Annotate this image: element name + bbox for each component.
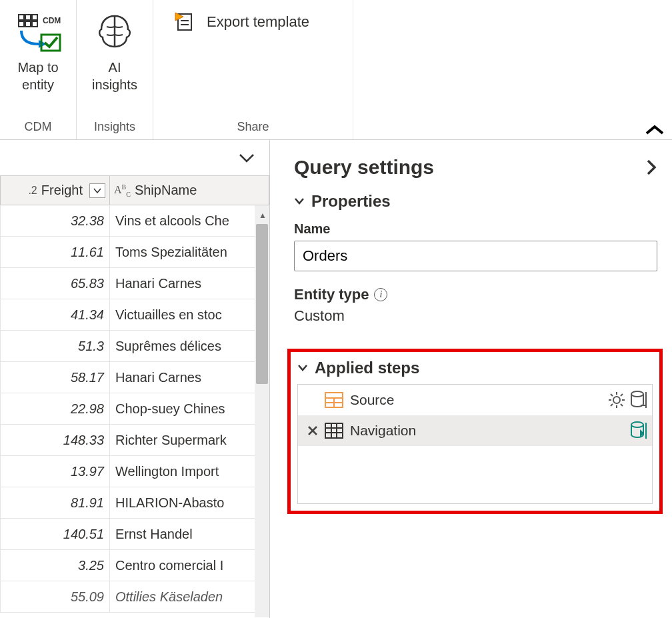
cell-freight[interactable]: 3.25 (0, 550, 110, 581)
properties-section-header[interactable]: Properties (294, 192, 657, 211)
column-filter-freight[interactable] (89, 183, 105, 198)
column-header-shipname-label: ShipName (135, 183, 197, 198)
ribbon-group-cdm: CDM Map to entity CDM (0, 0, 77, 139)
table-icon (322, 423, 346, 439)
map-to-entity-button[interactable]: CDM Map to entity (8, 5, 68, 116)
table-row[interactable]: 11.61Toms Spezialitäten (0, 237, 269, 268)
cell-freight[interactable]: 22.98 (0, 393, 110, 424)
applied-steps-section-header[interactable]: Applied steps (297, 359, 653, 377)
step-label: Navigation (346, 423, 629, 439)
database-icon[interactable] (629, 391, 647, 409)
cell-freight[interactable]: 55.09 (0, 581, 110, 612)
cell-shipname[interactable]: Wellington Import (110, 456, 269, 487)
cell-freight[interactable]: 148.33 (0, 425, 110, 455)
database-refresh-icon[interactable] (629, 421, 647, 440)
cell-freight[interactable]: 81.91 (0, 487, 110, 518)
ribbon-group-label-cdm: CDM (25, 116, 52, 139)
cell-freight[interactable]: 51.3 (0, 331, 110, 361)
table-row[interactable]: 81.91HILARION-Abasto (0, 487, 269, 519)
table-row[interactable]: 55.09Ottilies Käseladen (0, 581, 269, 613)
chevron-down-icon (297, 364, 308, 372)
ai-insights-label: AI insights (92, 59, 137, 93)
svg-rect-32 (645, 392, 647, 408)
table-row[interactable]: 41.34Victuailles en stoc (0, 299, 269, 331)
name-field-label: Name (294, 221, 657, 237)
export-template-label: Export template (207, 13, 309, 31)
table-row[interactable]: 3.25Centro comercial I (0, 550, 269, 581)
query-name-input[interactable] (294, 241, 657, 271)
text-type-icon: ABC (114, 183, 131, 198)
formula-bar[interactable] (0, 140, 269, 176)
ribbon-group-label-share: Share (237, 116, 269, 139)
applied-steps-label: Applied steps (315, 359, 419, 377)
cell-shipname[interactable]: HILARION-Abasto (110, 487, 269, 518)
applied-steps-list: ✕ Source (297, 384, 653, 504)
cell-freight[interactable]: 13.97 (0, 456, 110, 487)
cell-freight[interactable]: 32.38 (0, 205, 110, 236)
svg-rect-17 (326, 399, 333, 402)
applied-steps-highlight: Applied steps ✕ S (287, 349, 663, 514)
export-template-button[interactable]: Export template (161, 5, 321, 39)
cell-freight[interactable]: 58.17 (0, 362, 110, 393)
step-label: Source (346, 392, 608, 408)
cell-shipname[interactable]: Suprêmes délices (110, 331, 269, 361)
grid-body[interactable]: 32.38Vins et alcools Che11.61Toms Spezia… (0, 205, 269, 618)
table-row[interactable]: 32.38Vins et alcools Che (0, 205, 269, 237)
cell-shipname[interactable]: Toms Spezialitäten (110, 237, 269, 267)
svg-rect-18 (335, 399, 342, 402)
table-row[interactable]: 22.98Chop-suey Chines (0, 393, 269, 425)
cell-freight[interactable]: 11.61 (0, 237, 110, 267)
table-row[interactable]: 140.51Ernst Handel (0, 519, 269, 550)
table-row[interactable]: 13.97Wellington Import (0, 456, 269, 487)
table-row[interactable]: 65.83Hanari Carnes (0, 268, 269, 299)
map-to-entity-label: Map to entity (17, 59, 58, 93)
ai-insights-button[interactable]: AI insights (85, 5, 145, 116)
svg-line-27 (621, 404, 623, 406)
properties-label: Properties (311, 192, 391, 211)
vertical-scrollbar[interactable]: ▲ (255, 205, 269, 617)
cell-freight[interactable]: 65.83 (0, 268, 110, 299)
ribbon-group-insights: AI insights Insights (77, 0, 153, 139)
svg-rect-2 (32, 15, 37, 20)
cell-shipname[interactable]: Hanari Carnes (110, 268, 269, 299)
step-row-source[interactable]: ✕ Source (298, 385, 652, 415)
ribbon: CDM Map to entity CDM (0, 0, 672, 140)
svg-rect-16 (326, 393, 342, 397)
cell-freight[interactable]: 41.34 (0, 299, 110, 330)
column-header-freight-label: Freight (41, 183, 83, 198)
chevron-down-icon (294, 197, 305, 205)
delete-step-icon[interactable] (303, 425, 322, 437)
map-to-entity-icon: CDM (15, 5, 61, 59)
cell-shipname[interactable]: Richter Supermark (110, 425, 269, 455)
svg-rect-8 (41, 35, 60, 51)
cell-freight[interactable]: 140.51 (0, 519, 110, 549)
scrollbar-thumb[interactable] (256, 224, 268, 384)
step-row-navigation[interactable]: Navigation (298, 415, 652, 446)
cell-shipname[interactable]: Victuailles en stoc (110, 299, 269, 330)
settings-expand-arrow-icon[interactable] (645, 158, 657, 177)
svg-rect-4 (25, 21, 31, 27)
table-row[interactable]: 58.17Hanari Carnes (0, 362, 269, 393)
column-header-shipname[interactable]: ABC ShipName (110, 176, 269, 205)
svg-rect-5 (32, 21, 37, 27)
entity-type-value: Custom (294, 307, 657, 325)
scroll-up-icon[interactable]: ▲ (259, 211, 267, 220)
gear-icon[interactable] (608, 391, 625, 409)
info-icon[interactable]: i (374, 288, 387, 301)
cell-shipname[interactable]: Chop-suey Chines (110, 393, 269, 424)
entity-type-label: Entity type (294, 286, 369, 303)
ribbon-collapse-chevron-icon[interactable] (645, 124, 664, 136)
cell-shipname[interactable]: Ottilies Käseladen (110, 581, 269, 612)
formula-bar-chevron-icon[interactable] (237, 152, 256, 164)
svg-rect-19 (326, 403, 333, 407)
column-header-freight[interactable]: .2 Freight (0, 176, 110, 205)
cell-shipname[interactable]: Centro comercial I (110, 550, 269, 581)
cell-shipname[interactable]: Ernst Handel (110, 519, 269, 549)
table-row[interactable]: 148.33Richter Supermark (0, 425, 269, 456)
cell-shipname[interactable]: Vins et alcools Che (110, 205, 269, 236)
ribbon-group-label-insights: Insights (94, 116, 135, 139)
grid-header: .2 Freight ABC ShipName (0, 176, 269, 205)
svg-rect-0 (19, 15, 24, 20)
table-row[interactable]: 51.3Suprêmes délices (0, 331, 269, 362)
cell-shipname[interactable]: Hanari Carnes (110, 362, 269, 393)
